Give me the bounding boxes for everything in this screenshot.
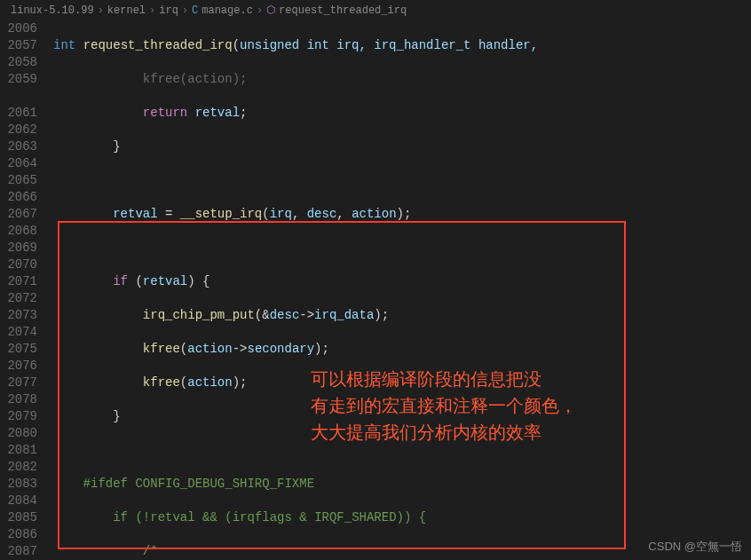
line-number: 2058 xyxy=(7,54,37,71)
line-number: 2070 xyxy=(7,256,37,273)
line-number: 2080 xyxy=(7,425,37,442)
line-number: 2074 xyxy=(7,324,37,341)
code-line[interactable]: } xyxy=(53,138,751,155)
breadcrumb-item[interactable]: irq xyxy=(159,4,178,17)
line-number: 2079 xyxy=(7,408,37,425)
breadcrumb-item[interactable]: linux-5.10.99 xyxy=(11,4,94,17)
chevron-right-icon: › xyxy=(182,4,188,17)
c-file-icon: C xyxy=(192,4,198,17)
line-number xyxy=(7,88,37,105)
line-number: 2066 xyxy=(7,189,37,206)
line-number: 2061 xyxy=(7,105,37,122)
line-number-gutter: 2006 2057 2058 2059 2061 2062 2063 2064 … xyxy=(0,20,53,560)
code-line[interactable]: int request_threaded_irq(unsigned int ir… xyxy=(53,37,751,54)
line-number: 2086 xyxy=(7,526,37,543)
chevron-right-icon: › xyxy=(149,4,155,17)
line-number: 2085 xyxy=(7,509,37,526)
chevron-right-icon: › xyxy=(98,4,104,17)
code-line[interactable]: } xyxy=(53,408,751,425)
breadcrumb[interactable]: linux-5.10.99 › kernel › irq › C manage.… xyxy=(0,0,751,20)
line-number: 2057 xyxy=(7,37,37,54)
line-number: 2084 xyxy=(7,493,37,509)
code-line[interactable]: retval = __setup_irq(irq, desc, action); xyxy=(53,206,751,223)
line-number: 2073 xyxy=(7,307,37,324)
chevron-right-icon: › xyxy=(257,4,263,17)
line-number: 2071 xyxy=(7,273,37,290)
code-line[interactable] xyxy=(53,442,751,459)
line-number: 2081 xyxy=(7,442,37,459)
code-line[interactable]: irq_chip_pm_put(&desc->irq_data); xyxy=(53,307,751,324)
function-icon: ⬡ xyxy=(266,4,275,17)
code-editor[interactable]: 2006 2057 2058 2059 2061 2062 2063 2064 … xyxy=(0,20,751,560)
code-line[interactable] xyxy=(53,240,751,256)
code-line[interactable]: kfree(action->secondary); xyxy=(53,341,751,358)
code-line[interactable]: kfree(action); xyxy=(53,375,751,391)
line-number: 2077 xyxy=(7,375,37,391)
breadcrumb-symbol[interactable]: ⬡ request_threaded_irq xyxy=(266,4,407,17)
code-line[interactable]: if (retval) { xyxy=(53,273,751,290)
code-line[interactable]: #ifdef CONFIG_DEBUG_SHIRQ_FIXME xyxy=(53,476,751,493)
line-number: 2006 xyxy=(7,20,37,37)
line-number: 2067 xyxy=(7,206,37,223)
line-number: 2078 xyxy=(7,391,37,408)
line-number: 2087 xyxy=(7,543,37,560)
line-number: 2082 xyxy=(7,459,37,476)
line-number: 2062 xyxy=(7,122,37,138)
line-number: 2069 xyxy=(7,240,37,256)
watermark: CSDN @空無一悟 xyxy=(648,539,742,555)
line-number: 2065 xyxy=(7,172,37,189)
code-line[interactable]: return retval; xyxy=(53,105,751,122)
line-number: 2083 xyxy=(7,476,37,493)
line-number: 2075 xyxy=(7,341,37,358)
breadcrumb-file[interactable]: C manage.c xyxy=(192,4,253,17)
code-line[interactable]: kfree(action); xyxy=(53,71,751,88)
line-number: 2072 xyxy=(7,290,37,307)
line-number: 2076 xyxy=(7,358,37,375)
code-line[interactable]: /* xyxy=(53,543,751,560)
code-line[interactable]: if (!retval && (irqflags & IRQF_SHARED))… xyxy=(53,509,751,526)
code-line[interactable] xyxy=(53,172,751,189)
line-number: 2063 xyxy=(7,138,37,155)
line-number: 2068 xyxy=(7,223,37,240)
breadcrumb-item[interactable]: kernel xyxy=(107,4,146,17)
line-number: 2059 xyxy=(7,71,37,88)
code-content[interactable]: int request_threaded_irq(unsigned int ir… xyxy=(53,20,751,560)
line-number: 2064 xyxy=(7,155,37,172)
